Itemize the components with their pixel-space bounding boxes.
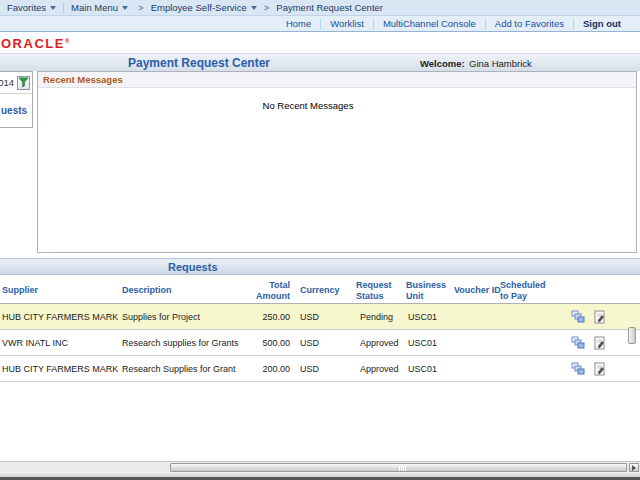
scroll-right-button[interactable] <box>629 463 639 472</box>
refresh-filter-button[interactable] <box>17 76 30 90</box>
content-area: 014 uests Recent Messages No Recent Mess… <box>0 71 640 254</box>
arrow-right-icon <box>632 465 636 471</box>
edit-request-button[interactable] <box>586 310 614 324</box>
breadcrumb-separator: > <box>261 2 273 13</box>
edit-document-icon <box>593 310 607 324</box>
description-cell: Research Supplies for Grant <box>118 364 250 374</box>
logo-band: ORACLE® <box>0 33 640 54</box>
column-header-request-status[interactable]: Request Status <box>352 280 404 301</box>
related-documents-button[interactable] <box>570 336 586 350</box>
currency-cell: USD <box>292 312 352 322</box>
related-documents-button[interactable] <box>570 310 586 324</box>
scrollbar-grip-icon <box>399 466 406 471</box>
description-cell: Supplies for Project <box>118 312 250 322</box>
requests-section-title: Requests <box>168 261 218 273</box>
title-bar: Payment Request Center Welcome: Gina Ham… <box>0 54 640 71</box>
request-row: HUB CITY FARMERS MARKET/ Research Suppli… <box>0 356 640 382</box>
sidebar-requests-row: uests <box>0 94 32 126</box>
oracle-logo: ORACLE® <box>1 36 71 51</box>
sidebar-panel: 014 uests <box>0 71 33 128</box>
page-title: Payment Request Center <box>128 56 270 70</box>
supplier-cell: VWR INATL INC <box>0 338 118 348</box>
worklist-link[interactable]: Worklist <box>321 18 373 29</box>
currency-cell: USD <box>292 364 352 374</box>
related-documents-button[interactable] <box>570 362 586 376</box>
recent-messages-title: Recent Messages <box>43 74 123 85</box>
requests-section-bar: Requests <box>0 258 640 275</box>
chevron-down-icon <box>122 6 128 10</box>
main-menu[interactable]: Main Menu <box>64 0 135 15</box>
breadcrumb-item-employee-self-service[interactable]: Employee Self-Service <box>147 0 261 15</box>
no-recent-messages-text: No Recent Messages <box>168 100 448 111</box>
chevron-down-icon <box>251 6 257 10</box>
green-funnel-icon <box>18 77 29 88</box>
business-unit-cell: USC01 <box>404 338 452 348</box>
total-amount-cell: 500.00 <box>250 338 292 348</box>
breadcrumb: Favorites Main Menu > Employee Self-Serv… <box>0 0 640 16</box>
grid-header-row: Supplier Description Total Amount Curren… <box>0 278 640 304</box>
vertical-scrollbar-thumb[interactable] <box>628 327 636 344</box>
column-header-business-unit[interactable]: Business Unit <box>404 280 452 301</box>
breadcrumb-item-payment-request-center[interactable]: Payment Request Center <box>272 0 387 15</box>
edit-request-button[interactable] <box>586 362 614 376</box>
sign-out-link[interactable]: Sign out <box>574 18 630 29</box>
request-status-cell: Pending <box>352 312 404 322</box>
related-documents-icon <box>571 336 585 350</box>
total-amount-cell: 200.00 <box>250 364 292 374</box>
recent-messages-panel: Recent Messages No Recent Messages <box>37 71 637 253</box>
multichannel-console-link[interactable]: MultiChannel Console <box>374 18 485 29</box>
horizontal-scrollbar-thumb[interactable] <box>170 463 627 472</box>
total-amount-cell: 250.00 <box>250 312 292 322</box>
request-status-cell: Approved <box>352 364 404 374</box>
payment-request-center-page: Favorites Main Menu > Employee Self-Serv… <box>0 0 640 480</box>
related-documents-icon <box>571 362 585 376</box>
main-menu-label: Main Menu <box>71 2 118 13</box>
supplier-cell: HUB CITY FARMERS MARKET/ <box>0 312 118 322</box>
welcome-label: Welcome: <box>420 58 465 69</box>
edit-document-icon <box>593 362 607 376</box>
breadcrumb-item-label: Employee Self-Service <box>151 2 247 13</box>
column-header-total-amount[interactable]: Total Amount <box>250 280 292 301</box>
date-fragment: 014 <box>0 77 14 88</box>
edit-request-button[interactable] <box>586 336 614 350</box>
user-name: Gina Hambrick <box>469 58 532 69</box>
request-row: HUB CITY FARMERS MARKET/ Supplies for Pr… <box>0 304 640 330</box>
currency-cell: USD <box>292 338 352 348</box>
description-cell: Research supplies for Grants <box>118 338 250 348</box>
business-unit-cell: USC01 <box>404 364 452 374</box>
business-unit-cell: USC01 <box>404 312 452 322</box>
sidebar-date-row: 014 <box>0 72 32 94</box>
related-documents-icon <box>571 310 585 324</box>
requests-grid: Supplier Description Total Amount Curren… <box>0 278 640 382</box>
breadcrumb-item-label: Payment Request Center <box>276 2 383 13</box>
edit-document-icon <box>593 336 607 350</box>
header-links-bar: Home Worklist MultiChannel Console Add t… <box>0 16 640 32</box>
breadcrumb-separator: > <box>135 2 147 13</box>
request-row: VWR INATL INC Research supplies for Gran… <box>0 330 640 356</box>
favorites-label: Favorites <box>7 2 46 13</box>
add-to-favorites-link[interactable]: Add to Favorites <box>486 18 573 29</box>
horizontal-scrollbar[interactable] <box>0 461 640 472</box>
chevron-down-icon <box>50 6 56 10</box>
request-status-cell: Approved <box>352 338 404 348</box>
column-header-supplier[interactable]: Supplier <box>0 285 118 295</box>
supplier-cell: HUB CITY FARMERS MARKET/ <box>0 364 118 374</box>
column-header-scheduled-to-pay[interactable]: Scheduled to Pay <box>498 280 552 301</box>
column-header-currency[interactable]: Currency <box>292 285 352 295</box>
column-header-description[interactable]: Description <box>118 285 250 295</box>
requests-link-fragment[interactable]: uests <box>1 105 27 116</box>
column-header-voucher-id[interactable]: Voucher ID <box>452 285 498 295</box>
favorites-menu[interactable]: Favorites <box>0 0 63 15</box>
home-link[interactable]: Home <box>277 18 320 29</box>
recent-messages-header: Recent Messages <box>38 72 636 88</box>
